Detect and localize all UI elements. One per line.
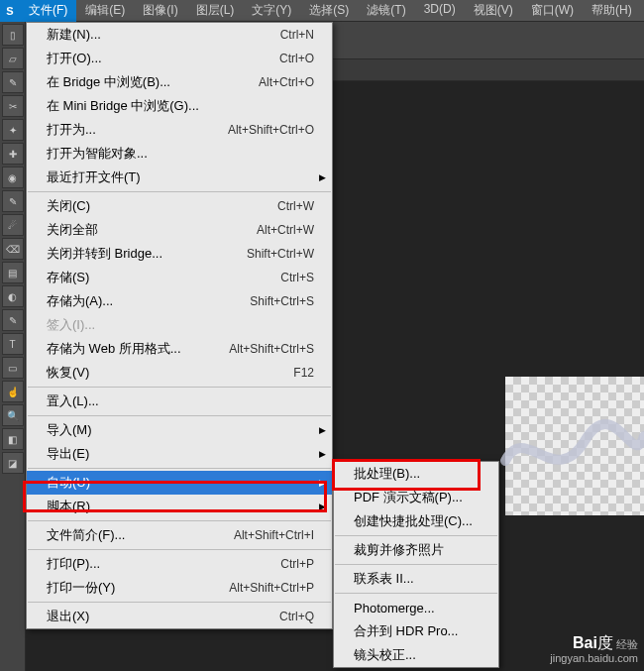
auto-submenu: 批处理(B)...PDF 演示文稿(P)...创建快捷批处理(C)...裁剪并修… xyxy=(333,461,499,668)
submenu-item[interactable]: 镜头校正... xyxy=(334,643,498,667)
submenu-item[interactable]: 合并到 HDR Pro... xyxy=(334,619,498,643)
menu-图像(I)[interactable]: 图像(I) xyxy=(134,0,186,23)
menu-文件(F)[interactable]: 文件(F) xyxy=(20,0,76,23)
tool[interactable]: ✎ xyxy=(2,71,24,93)
smoke-graphic xyxy=(495,411,644,491)
submenu-arrow-icon: ▶ xyxy=(319,502,326,511)
menu-item[interactable]: 导出(E)▶ xyxy=(27,442,332,466)
menu-item[interactable]: 置入(L)... xyxy=(27,390,332,413)
menu-选择(S)[interactable]: 选择(S) xyxy=(300,0,358,23)
tool[interactable]: ◐ xyxy=(2,285,24,307)
submenu-item[interactable]: 裁剪并修齐照片 xyxy=(334,538,498,562)
app-badge: S xyxy=(0,0,20,22)
menu-item[interactable]: 新建(N)...Ctrl+N xyxy=(27,23,332,47)
submenu-item[interactable]: Photomerge... xyxy=(334,596,498,619)
submenu-item[interactable]: 批处理(B)... xyxy=(334,462,498,486)
submenu-arrow-icon: ▶ xyxy=(319,425,326,435)
tool[interactable]: ◪ xyxy=(2,452,24,474)
file-menu-dropdown: 新建(N)...Ctrl+N打开(O)...Ctrl+O在 Bridge 中浏览… xyxy=(26,22,333,629)
menu-item: 签入(I)... xyxy=(27,313,332,337)
menu-item[interactable]: 导入(M)▶ xyxy=(27,418,332,442)
menu-item[interactable]: 最近打开文件(T)▶ xyxy=(27,166,332,189)
menu-item[interactable]: 打印一份(Y)Alt+Shift+Ctrl+P xyxy=(27,576,332,600)
menu-item[interactable]: 关闭并转到 Bridge...Shift+Ctrl+W xyxy=(27,242,332,266)
menu-item[interactable]: 文件简介(F)...Alt+Shift+Ctrl+I xyxy=(27,523,332,547)
menu-视图(V)[interactable]: 视图(V) xyxy=(465,0,522,23)
menu-item[interactable]: 脚本(R)▶ xyxy=(27,495,332,518)
tool[interactable]: ✎ xyxy=(2,190,24,212)
tool[interactable]: ✦ xyxy=(2,119,24,141)
tool[interactable]: ⌫ xyxy=(2,238,24,260)
tool[interactable]: ▱ xyxy=(2,48,24,69)
tool[interactable]: ▭ xyxy=(2,357,24,379)
menu-item[interactable]: 存储为(A)...Shift+Ctrl+S xyxy=(27,289,332,313)
menu-文字(Y)[interactable]: 文字(Y) xyxy=(243,0,300,23)
menu-bar: S 文件(F)编辑(E)图像(I)图层(L)文字(Y)选择(S)滤镜(T)3D(… xyxy=(0,0,644,22)
submenu-arrow-icon: ▶ xyxy=(319,449,326,459)
menu-item[interactable]: 在 Bridge 中浏览(B)...Alt+Ctrl+O xyxy=(27,70,332,94)
toolbox: ▯ ▱ ✎ ✂ ✦ ✚ ◉ ✎ ☄ ⌫ ▤ ◐ ✎ T ▭ ☝ 🔍 ◧ ◪ xyxy=(0,22,26,671)
menu-滤镜(T)[interactable]: 滤镜(T) xyxy=(358,0,414,23)
tool[interactable]: ◧ xyxy=(2,428,24,450)
menu-item[interactable]: 关闭全部Alt+Ctrl+W xyxy=(27,218,332,242)
menu-item[interactable]: 打开(O)...Ctrl+O xyxy=(27,47,332,70)
menu-图层(L)[interactable]: 图层(L) xyxy=(187,0,244,23)
tool[interactable]: ◉ xyxy=(2,167,24,188)
menu-item[interactable]: 打开为智能对象... xyxy=(27,142,332,166)
menu-3D(D)[interactable]: 3D(D) xyxy=(415,0,465,23)
menu-item[interactable]: 恢复(V)F12 xyxy=(27,361,332,385)
menu-编辑(E)[interactable]: 编辑(E) xyxy=(76,0,134,23)
submenu-item[interactable]: 创建快捷批处理(C)... xyxy=(334,509,498,533)
tool[interactable]: ▤ xyxy=(2,262,24,283)
tool[interactable]: ✂ xyxy=(2,95,24,117)
menu-item[interactable]: 关闭(C)Ctrl+W xyxy=(27,194,332,218)
submenu-arrow-icon: ▶ xyxy=(319,172,326,182)
submenu-arrow-icon: ▶ xyxy=(319,478,326,488)
menu-窗口(W)[interactable]: 窗口(W) xyxy=(522,0,583,23)
tool[interactable]: ▯ xyxy=(2,24,24,46)
menu-帮助(H)[interactable]: 帮助(H) xyxy=(583,0,641,23)
menu-item[interactable]: 存储为 Web 所用格式...Alt+Shift+Ctrl+S xyxy=(27,337,332,361)
menu-item[interactable]: 打印(P)...Ctrl+P xyxy=(27,552,332,576)
tool[interactable]: ✎ xyxy=(2,309,24,331)
submenu-item[interactable]: PDF 演示文稿(P)... xyxy=(334,486,498,509)
tool[interactable]: ✚ xyxy=(2,143,24,165)
tool[interactable]: ☄ xyxy=(2,214,24,236)
menu-item[interactable]: 在 Mini Bridge 中浏览(G)... xyxy=(27,94,332,118)
menu-item[interactable]: 打开为...Alt+Shift+Ctrl+O xyxy=(27,118,332,142)
menu-item[interactable]: 退出(X)Ctrl+Q xyxy=(27,605,332,628)
menu-item[interactable]: 存储(S)Ctrl+S xyxy=(27,266,332,289)
tool[interactable]: ☝ xyxy=(2,381,24,402)
tool[interactable]: 🔍 xyxy=(2,404,24,426)
watermark: Bai度 经验 jingyan.baidu.com xyxy=(550,636,638,665)
tool[interactable]: T xyxy=(2,333,24,355)
menu-item[interactable]: 自动(U)▶ xyxy=(27,471,332,495)
submenu-item[interactable]: 联系表 II... xyxy=(334,567,498,591)
